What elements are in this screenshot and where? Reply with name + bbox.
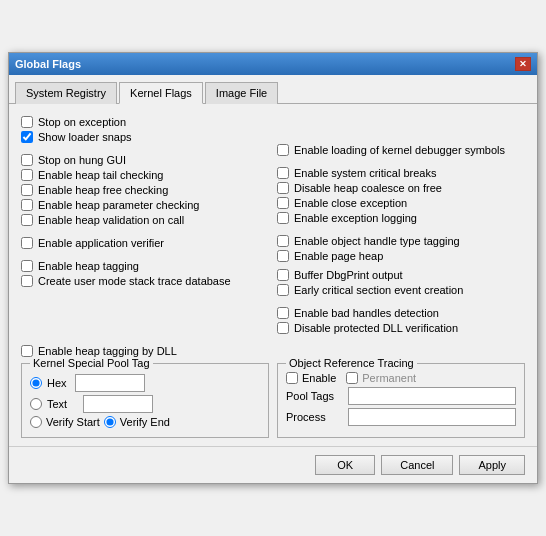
tab-system-registry[interactable]: System Registry: [15, 82, 117, 104]
page-heap-checkbox[interactable]: [277, 250, 289, 262]
heap-tagging-label[interactable]: Enable heap tagging: [38, 260, 139, 272]
app-verifier-checkbox[interactable]: [21, 237, 33, 249]
apply-button[interactable]: Apply: [459, 455, 525, 475]
text-label[interactable]: Text: [47, 398, 67, 410]
heap-param-label[interactable]: Enable heap parameter checking: [38, 199, 199, 211]
verify-end-radio[interactable]: [104, 416, 116, 428]
hex-radio[interactable]: [30, 377, 42, 389]
checkbox-heap-free: Enable heap free checking: [21, 184, 269, 196]
object-ref-title: Object Reference Tracing: [286, 357, 417, 369]
exception-logging-checkbox[interactable]: [277, 212, 289, 224]
close-exception-label[interactable]: Enable close exception: [294, 197, 407, 209]
heap-free-checkbox[interactable]: [21, 184, 33, 196]
checkbox-bad-handles: Enable bad handles detection: [277, 307, 525, 319]
verify-row: Verify Start Verify End: [30, 416, 260, 428]
show-loader-snaps-label[interactable]: Show loader snaps: [38, 131, 132, 143]
global-flags-window: Global Flags ✕ System Registry Kernel Fl…: [8, 52, 538, 484]
process-input[interactable]: [348, 408, 516, 426]
heap-tail-checkbox[interactable]: [21, 169, 33, 181]
text-input[interactable]: [83, 395, 153, 413]
heap-coalesce-label[interactable]: Disable heap coalesce on free: [294, 182, 442, 194]
checkbox-stop-exception: Stop on exception: [21, 116, 269, 128]
show-loader-snaps-checkbox[interactable]: [21, 131, 33, 143]
checkbox-page-heap: Enable page heap: [277, 250, 525, 262]
bad-handles-checkbox[interactable]: [277, 307, 289, 319]
load-kernel-dbg-label[interactable]: Enable loading of kernel debugger symbol…: [294, 144, 505, 156]
early-critical-checkbox[interactable]: [277, 284, 289, 296]
user-mode-stack-label[interactable]: Create user mode stack trace database: [38, 275, 231, 287]
tab-kernel-flags[interactable]: Kernel Flags: [119, 82, 203, 104]
pool-tags-label: Pool Tags: [286, 390, 344, 402]
verify-start-label[interactable]: Verify Start: [46, 416, 100, 428]
heap-validation-label[interactable]: Enable heap validation on call: [38, 214, 184, 226]
checkbox-early-critical: Early critical section event creation: [277, 284, 525, 296]
checkbox-dbgprint: Buffer DbgPrint output: [277, 269, 525, 281]
checkbox-heap-param: Enable heap parameter checking: [21, 199, 269, 211]
dbgprint-label[interactable]: Buffer DbgPrint output: [294, 269, 403, 281]
right-column: Enable loading of kernel debugger symbol…: [277, 114, 525, 337]
exception-logging-label[interactable]: Enable exception logging: [294, 212, 417, 224]
tab-strip: System Registry Kernel Flags Image File: [9, 75, 537, 104]
hex-input[interactable]: [75, 374, 145, 392]
heap-tail-label[interactable]: Enable heap tail checking: [38, 169, 163, 181]
protected-dll-label[interactable]: Disable protected DLL verification: [294, 322, 458, 334]
heap-validation-checkbox[interactable]: [21, 214, 33, 226]
checkbox-exception-logging: Enable exception logging: [277, 212, 525, 224]
checkbox-heap-tagging: Enable heap tagging: [21, 260, 269, 272]
cancel-button[interactable]: Cancel: [381, 455, 453, 475]
bad-handles-label[interactable]: Enable bad handles detection: [294, 307, 439, 319]
checkbox-heap-tail: Enable heap tail checking: [21, 169, 269, 181]
early-critical-label[interactable]: Early critical section event creation: [294, 284, 463, 296]
enable-row: Enable Permanent: [286, 372, 516, 384]
sys-critical-label[interactable]: Enable system critical breaks: [294, 167, 436, 179]
verify-end-label[interactable]: Verify End: [120, 416, 170, 428]
ok-button[interactable]: OK: [315, 455, 375, 475]
dbgprint-checkbox[interactable]: [277, 269, 289, 281]
obj-enable-checkbox[interactable]: [286, 372, 298, 384]
checkbox-protected-dll: Disable protected DLL verification: [277, 322, 525, 334]
stop-exception-checkbox[interactable]: [21, 116, 33, 128]
stop-hung-gui-checkbox[interactable]: [21, 154, 33, 166]
obj-permanent-label[interactable]: Permanent: [362, 372, 416, 384]
close-exception-checkbox[interactable]: [277, 197, 289, 209]
heap-free-label[interactable]: Enable heap free checking: [38, 184, 168, 196]
checkbox-sys-critical: Enable system critical breaks: [277, 167, 525, 179]
checkbox-heap-validation: Enable heap validation on call: [21, 214, 269, 226]
obj-permanent-checkbox[interactable]: [346, 372, 358, 384]
main-columns: Stop on exception Show loader snaps Stop…: [21, 114, 525, 337]
tab-image-file[interactable]: Image File: [205, 82, 278, 104]
checkbox-stop-hung-gui: Stop on hung GUI: [21, 154, 269, 166]
kernel-special-pool-title: Kernel Special Pool Tag: [30, 357, 153, 369]
process-row: Process: [286, 408, 516, 426]
sys-critical-checkbox[interactable]: [277, 167, 289, 179]
heap-coalesce-checkbox[interactable]: [277, 182, 289, 194]
verify-start-radio[interactable]: [30, 416, 42, 428]
load-kernel-dbg-checkbox[interactable]: [277, 144, 289, 156]
heap-param-checkbox[interactable]: [21, 199, 33, 211]
obj-enable-label[interactable]: Enable: [302, 372, 336, 384]
heap-tagging-dll-label[interactable]: Enable heap tagging by DLL: [38, 345, 177, 357]
checkbox-user-mode-stack: Create user mode stack trace database: [21, 275, 269, 287]
app-verifier-label[interactable]: Enable application verifier: [38, 237, 164, 249]
close-button[interactable]: ✕: [515, 57, 531, 71]
user-mode-stack-checkbox[interactable]: [21, 275, 33, 287]
checkbox-load-kernel-dbg: Enable loading of kernel debugger symbol…: [277, 144, 525, 156]
pool-tags-row: Pool Tags: [286, 387, 516, 405]
checkbox-heap-coalesce: Disable heap coalesce on free: [277, 182, 525, 194]
protected-dll-checkbox[interactable]: [277, 322, 289, 334]
stop-exception-label[interactable]: Stop on exception: [38, 116, 126, 128]
checkbox-close-exception: Enable close exception: [277, 197, 525, 209]
hex-label[interactable]: Hex: [47, 377, 67, 389]
heap-tagging-checkbox[interactable]: [21, 260, 33, 272]
footer: OK Cancel Apply: [9, 446, 537, 483]
stop-hung-gui-label[interactable]: Stop on hung GUI: [38, 154, 126, 166]
heap-tagging-dll-checkbox[interactable]: [21, 345, 33, 357]
pool-tags-input[interactable]: [348, 387, 516, 405]
radio-hex: Hex: [30, 374, 260, 392]
text-radio[interactable]: [30, 398, 42, 410]
window-title: Global Flags: [15, 58, 81, 70]
bottom-group-boxes: Kernel Special Pool Tag Hex Text: [21, 363, 525, 438]
obj-handle-label[interactable]: Enable object handle type tagging: [294, 235, 460, 247]
page-heap-label[interactable]: Enable page heap: [294, 250, 383, 262]
obj-handle-checkbox[interactable]: [277, 235, 289, 247]
